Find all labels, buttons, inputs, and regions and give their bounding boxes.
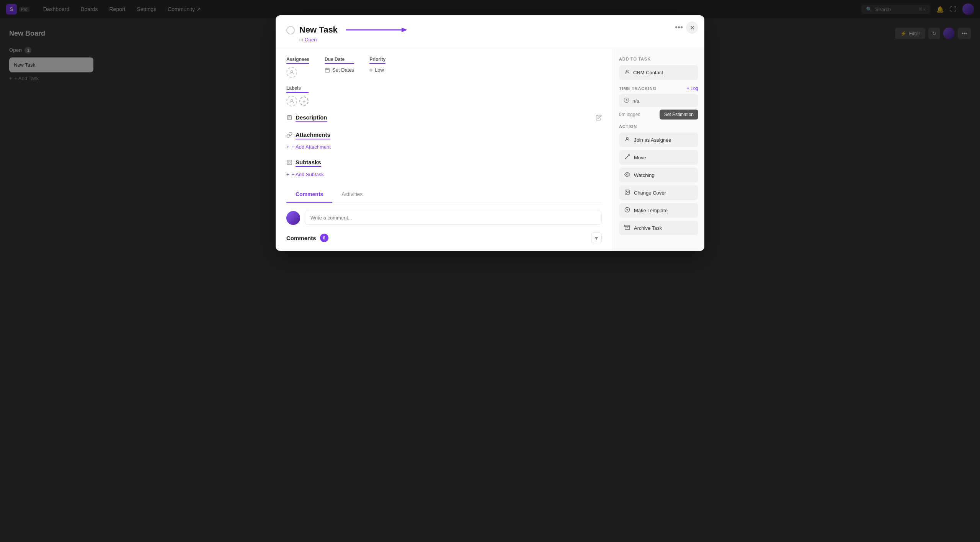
archive-task-button[interactable]: Archive Task: [619, 221, 698, 235]
assignees-value: [286, 67, 309, 78]
move-button[interactable]: Move: [619, 150, 698, 165]
clock-icon: [624, 97, 629, 104]
assignee-add-button[interactable]: [286, 67, 297, 78]
add-attachment-button[interactable]: + + Add Attachment: [286, 144, 602, 150]
assignees-label: Assignees: [286, 57, 309, 64]
person-icon: [624, 136, 630, 143]
time-logged-row: 0m logged Set Estimation: [619, 110, 698, 120]
svg-rect-25: [625, 225, 630, 226]
add-to-task-title: ADD TO TASK: [619, 57, 698, 61]
time-value: n/a: [632, 98, 639, 104]
modal-close-button[interactable]: ✕: [686, 21, 698, 34]
watching-label: Watching: [634, 172, 655, 178]
description-section: Description: [286, 114, 602, 122]
add-subtask-label: + Add Subtask: [292, 172, 324, 177]
time-display: n/a: [619, 94, 698, 107]
comments-footer: Comments 0 ▾: [286, 233, 602, 243]
labels-person-icon: [286, 96, 297, 106]
svg-rect-13: [290, 160, 292, 162]
crm-icon: [624, 69, 630, 76]
add-attachment-label: + Add Attachment: [292, 144, 331, 150]
svg-rect-14: [290, 163, 292, 165]
change-cover-label: Change Cover: [634, 190, 666, 196]
image-icon: [624, 189, 630, 196]
tab-comments[interactable]: Comments: [286, 187, 332, 203]
time-tracking-header: TIME TRACKING + Log: [619, 86, 698, 91]
modal-sidebar: ADD TO TASK CRM Contact TIME TRACKING + …: [612, 49, 704, 251]
archive-icon: [624, 224, 630, 231]
fields-row: Assignees Due Date Set Dates Prior: [286, 57, 602, 78]
time-tracking-title: TIME TRACKING: [619, 86, 657, 91]
priority-text: Low: [375, 67, 384, 73]
add-subtask-icon: +: [286, 172, 289, 177]
priority-field: Priority Low: [369, 57, 385, 78]
svg-rect-12: [287, 160, 289, 162]
comments-chevron-button[interactable]: ▾: [591, 233, 602, 243]
attachments-title: Attachments: [296, 131, 330, 139]
subtasks-section: Subtasks + + Add Subtask: [286, 159, 602, 177]
description-title: Description: [296, 114, 327, 122]
crm-contact-button[interactable]: CRM Contact: [619, 65, 698, 80]
description-header: Description: [286, 114, 602, 122]
make-template-button[interactable]: Make Template: [619, 203, 698, 218]
tab-bar: Comments Activities: [286, 187, 602, 203]
svg-marker-1: [402, 28, 407, 32]
modal-body: Assignees Due Date Set Dates Prior: [276, 49, 704, 251]
tab-activities[interactable]: Activities: [332, 187, 372, 203]
subtitle-prefix: in: [299, 37, 303, 43]
due-date-text: Set Dates: [332, 67, 354, 73]
priority-label: Priority: [369, 57, 385, 64]
task-title-area: New Task in Open: [299, 25, 694, 43]
svg-point-7: [291, 99, 293, 101]
labels-row: Labels +: [286, 85, 602, 106]
modal-header: New Task in Open ••• ✕: [276, 15, 704, 49]
plus-circle-icon: [624, 207, 630, 214]
add-attachment-icon: +: [286, 144, 289, 150]
labels-label: Labels: [286, 85, 309, 93]
modal-main: Assignees Due Date Set Dates Prior: [276, 49, 612, 251]
set-estimation-button[interactable]: Set Estimation: [660, 110, 698, 120]
time-log-button[interactable]: + Log: [687, 86, 698, 91]
comments-count-badge: 0: [320, 234, 328, 242]
due-date-field: Due Date Set Dates: [325, 57, 354, 78]
watching-button[interactable]: Watching: [619, 168, 698, 182]
task-title-text: New Task: [299, 25, 338, 35]
subtitle-link[interactable]: Open: [305, 37, 317, 43]
task-subtitle: in Open: [299, 37, 694, 43]
task-modal: New Task in Open ••• ✕ Assignees: [276, 15, 704, 251]
due-date-label: Due Date: [325, 57, 354, 64]
due-date-value[interactable]: Set Dates: [325, 67, 354, 73]
arrow-annotation: [342, 25, 411, 35]
comment-input[interactable]: [305, 211, 602, 225]
task-status-circle[interactable]: [286, 26, 295, 34]
svg-point-16: [626, 70, 628, 72]
svg-point-2: [291, 70, 293, 72]
attachments-section: Attachments + + Add Attachment: [286, 131, 602, 150]
description-edit-button[interactable]: [596, 115, 602, 122]
action-title: ACTION: [619, 124, 698, 129]
svg-rect-15: [287, 163, 289, 165]
calendar-icon: [325, 67, 330, 73]
attachments-header: Attachments: [286, 131, 602, 139]
move-label: Move: [634, 155, 646, 160]
svg-point-18: [626, 138, 628, 139]
labels-field: Labels +: [286, 85, 309, 106]
comment-input-row: [286, 211, 602, 225]
set-estimation-label: Set Estimation: [664, 112, 694, 117]
change-cover-button[interactable]: Change Cover: [619, 185, 698, 200]
priority-value[interactable]: Low: [369, 67, 385, 73]
crm-label: CRM Contact: [633, 70, 663, 75]
add-subtask-button[interactable]: + + Add Subtask: [286, 172, 602, 177]
priority-dot: [369, 69, 372, 72]
subtasks-title: Subtasks: [296, 159, 321, 167]
commenter-avatar: [286, 211, 300, 225]
join-assignee-label: Join as Assignee: [634, 137, 671, 143]
attachments-icon: [286, 132, 292, 139]
archive-task-label: Archive Task: [634, 225, 662, 231]
description-icon: [286, 115, 292, 122]
log-label: + Log: [687, 86, 698, 91]
join-assignee-button[interactable]: Join as Assignee: [619, 133, 698, 147]
modal-more-button[interactable]: •••: [675, 23, 683, 32]
move-icon: [624, 154, 630, 161]
add-label-button[interactable]: +: [299, 97, 309, 106]
